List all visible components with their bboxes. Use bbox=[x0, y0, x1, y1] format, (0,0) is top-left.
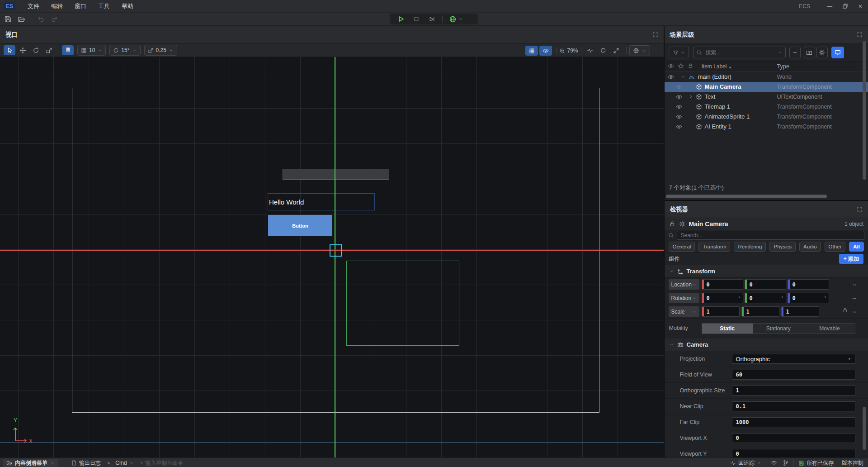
scale-y-field[interactable]: 1 bbox=[741, 306, 779, 317]
link-axes-icon[interactable]: ↔ bbox=[851, 281, 857, 287]
grid-toggle-button[interactable] bbox=[525, 46, 538, 56]
hierarchy-row-main-camera[interactable]: Main Camera TransformComponent bbox=[665, 82, 868, 92]
near-clip-input[interactable]: 0.1 bbox=[732, 401, 856, 411]
item-label-column[interactable]: Item Label ▲ bbox=[702, 62, 732, 72]
hierarchy-row-ai-entity[interactable]: AI Entity 1 TransformComponent bbox=[665, 122, 868, 132]
inspector-search-input[interactable] bbox=[680, 232, 862, 239]
eye-icon[interactable] bbox=[676, 84, 682, 90]
menu-file[interactable]: 文件 bbox=[22, 0, 45, 12]
hierarchy-row-world[interactable]: main (Editor) World bbox=[665, 72, 868, 82]
viewport-x-input[interactable]: 0 bbox=[732, 433, 856, 443]
tab-general[interactable]: General bbox=[669, 242, 695, 252]
panel-entity[interactable] bbox=[283, 169, 389, 180]
menu-help[interactable]: 帮助 bbox=[116, 0, 139, 12]
viewport-y-input[interactable]: 0 bbox=[732, 449, 856, 457]
tab-transform[interactable]: Transform bbox=[698, 242, 730, 252]
eye-icon[interactable] bbox=[676, 114, 682, 120]
hierarchy-row-tilemap[interactable]: Tilemap 1 TransformComponent bbox=[665, 102, 868, 112]
viewport-expand-icon[interactable] bbox=[652, 32, 658, 38]
menu-edit[interactable]: 编辑 bbox=[45, 0, 69, 12]
transform-section-header[interactable]: Transform bbox=[665, 265, 868, 278]
console-input[interactable]: > 输入控制台命令 bbox=[140, 459, 184, 467]
play-button[interactable] bbox=[393, 14, 409, 24]
trace-dropdown[interactable]: 回追踪 bbox=[730, 459, 761, 467]
redo-icon[interactable] bbox=[48, 14, 60, 24]
add-folder-button[interactable] bbox=[804, 47, 815, 58]
globe-mode-button[interactable] bbox=[445, 14, 467, 24]
minimize-button[interactable]: — bbox=[822, 0, 837, 12]
rotate-snap-dropdown[interactable]: 15° bbox=[109, 45, 140, 56]
tilemap-bounds-rect[interactable] bbox=[346, 261, 459, 346]
hierarchy-vertical-scrollbar[interactable] bbox=[863, 41, 866, 180]
eye-icon[interactable] bbox=[676, 124, 682, 130]
close-button[interactable]: ✕ bbox=[853, 0, 868, 12]
step-button[interactable] bbox=[424, 14, 439, 24]
stats-button[interactable] bbox=[584, 46, 596, 56]
rotation-x-field[interactable]: 0 ° bbox=[702, 293, 743, 303]
snap-toggle-button[interactable] bbox=[62, 45, 74, 55]
location-dropdown[interactable]: Location bbox=[669, 279, 699, 290]
inspector-search[interactable] bbox=[677, 231, 865, 240]
gizmo-visibility-button[interactable] bbox=[539, 46, 552, 56]
scale-snap-dropdown[interactable]: 0.25 bbox=[144, 45, 177, 56]
mobility-static[interactable]: Static bbox=[702, 323, 753, 334]
filter-button[interactable] bbox=[669, 47, 689, 58]
projection-dropdown[interactable]: Orthographic ▼ bbox=[732, 354, 856, 364]
add-entity-button[interactable] bbox=[789, 47, 801, 58]
location-z-field[interactable]: 0 bbox=[788, 279, 829, 290]
tab-other[interactable]: Other bbox=[825, 242, 846, 252]
hierarchy-horizontal-scrollbar[interactable] bbox=[666, 195, 827, 198]
branch-icon[interactable] bbox=[783, 460, 789, 466]
maximize-button[interactable] bbox=[837, 0, 853, 12]
content-drawer-button[interactable]: 内容侧滑菜单 bbox=[3, 459, 58, 467]
tab-rendering[interactable]: Rendering bbox=[734, 242, 766, 252]
eye-icon[interactable] bbox=[668, 74, 674, 80]
rotation-y-field[interactable]: 0 ° bbox=[745, 293, 786, 303]
select-tool-button[interactable] bbox=[4, 45, 15, 55]
unlock-icon[interactable] bbox=[669, 221, 675, 227]
fullscreen-button[interactable] bbox=[610, 46, 622, 56]
far-clip-input[interactable]: 1000 bbox=[732, 417, 856, 427]
origin-gizmo-box[interactable] bbox=[330, 244, 342, 257]
reset-view-button[interactable] bbox=[597, 46, 609, 56]
link-axes-icon[interactable]: ↔ bbox=[851, 308, 857, 315]
add-component-button[interactable]: + 添加 bbox=[839, 254, 863, 264]
rotation-dropdown[interactable]: Rotation bbox=[669, 293, 699, 303]
stop-button[interactable] bbox=[409, 14, 424, 24]
move-tool-button[interactable] bbox=[17, 45, 28, 55]
display-mode-button[interactable] bbox=[831, 47, 844, 58]
rotation-z-field[interactable]: 0 ° bbox=[788, 293, 829, 303]
app-logo[interactable]: ES bbox=[4, 2, 15, 10]
location-y-field[interactable]: 0 bbox=[745, 279, 786, 290]
inspector-vertical-scrollbar[interactable] bbox=[863, 407, 866, 450]
scale-x-field[interactable]: 1 bbox=[702, 306, 740, 317]
location-x-field[interactable]: 0 bbox=[702, 279, 743, 290]
orthographic-size-input[interactable]: 1 bbox=[732, 386, 856, 396]
hierarchy-row-animatedsprite[interactable]: AnimatedSprite 1 TransformComponent bbox=[665, 112, 868, 122]
zoom-level[interactable]: 79% bbox=[559, 48, 578, 54]
menu-window[interactable]: 窗口 bbox=[69, 0, 92, 12]
scale-tool-button[interactable] bbox=[43, 45, 55, 55]
chevron-right-icon[interactable] bbox=[689, 94, 693, 99]
hierarchy-search-input[interactable] bbox=[705, 49, 775, 56]
object-settings-icon[interactable] bbox=[679, 221, 685, 227]
hierarchy-search[interactable] bbox=[693, 47, 786, 58]
world-dropdown[interactable] bbox=[629, 45, 650, 56]
scale-dropdown[interactable]: Scale bbox=[669, 306, 699, 317]
inspector-expand-icon[interactable] bbox=[857, 206, 863, 212]
undo-icon[interactable] bbox=[35, 14, 47, 24]
link-axes-icon[interactable]: ↔ bbox=[851, 294, 857, 301]
hierarchy-settings-button[interactable] bbox=[816, 47, 828, 58]
scale-lock-icon[interactable] bbox=[842, 307, 848, 313]
network-icon[interactable] bbox=[771, 460, 777, 466]
open-folder-icon[interactable] bbox=[15, 14, 27, 24]
mobility-stationary[interactable]: Stationary bbox=[753, 323, 804, 334]
camera-section-header[interactable]: Camera bbox=[665, 338, 868, 351]
output-log-button[interactable]: 输出日志 bbox=[71, 459, 101, 467]
type-column[interactable]: Type bbox=[777, 62, 789, 71]
tab-all[interactable]: All bbox=[849, 242, 864, 252]
menu-tools[interactable]: 工具 bbox=[92, 0, 116, 12]
tab-physics[interactable]: Physics bbox=[769, 242, 796, 252]
tab-audio[interactable]: Audio bbox=[799, 242, 821, 252]
eye-icon[interactable] bbox=[676, 94, 682, 100]
